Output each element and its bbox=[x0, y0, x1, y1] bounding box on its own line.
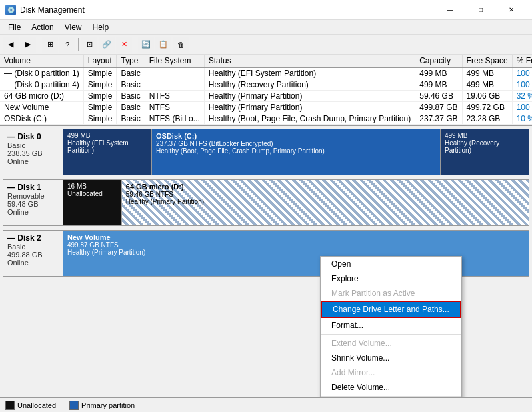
legend-unallocated: Unallocated bbox=[5, 401, 56, 410]
disk-2-type: Basic bbox=[7, 243, 59, 251]
back-button[interactable]: ◀ bbox=[3, 37, 19, 53]
disk-1: — Disk 1 Removable 59.48 GB Online 16 MB… bbox=[3, 179, 529, 226]
table-row[interactable]: New VolumeSimpleBasicNTFSHealthy (Primar… bbox=[0, 102, 532, 113]
ctx-format[interactable]: Format... bbox=[321, 318, 461, 333]
part-name: OSDisk (C:) bbox=[156, 132, 436, 140]
ctx-open[interactable]: Open bbox=[321, 257, 461, 271]
volume-table-wrapper: Volume Layout Type File System Status Ca… bbox=[0, 55, 532, 126]
table-cell: 59.46 GB bbox=[415, 91, 462, 102]
titlebar: 💿 Disk Management — □ ✕ bbox=[0, 0, 532, 20]
table-cell: Simple bbox=[83, 91, 117, 102]
part-name: New Volume bbox=[67, 233, 525, 241]
col-header-pctfree[interactable]: % Free bbox=[512, 55, 532, 67]
disk-0-part-1[interactable]: 499 MBHealthy (EFI System Partition) bbox=[63, 129, 152, 175]
volume-table: Volume Layout Type File System Status Ca… bbox=[0, 55, 532, 125]
table-row[interactable]: — (Disk 0 partition 4)SimpleBasicHealthy… bbox=[0, 79, 532, 91]
toolbar-btn-4[interactable]: ? bbox=[59, 37, 75, 53]
table-cell: 100 % bbox=[512, 79, 532, 91]
disk-1-status: Online bbox=[7, 208, 59, 216]
menubar: File Action View Help bbox=[0, 20, 532, 35]
toolbar-sep-1 bbox=[39, 38, 39, 51]
toolbar-sep-3 bbox=[135, 38, 135, 51]
table-row[interactable]: OSDisk (C:)SimpleBasicNTFS (BitLo...Heal… bbox=[0, 113, 532, 125]
toolbar-btn-copy[interactable]: 📋 bbox=[155, 37, 171, 53]
table-row[interactable]: — (Disk 0 partition 1)SimpleBasicHealthy… bbox=[0, 67, 532, 79]
table-cell: New Volume bbox=[0, 102, 83, 113]
col-header-volume[interactable]: Volume bbox=[0, 55, 83, 67]
table-cell: 10 % bbox=[512, 113, 532, 125]
disk-view: — Disk 0 Basic 238.35 GB Online 499 MBHe… bbox=[0, 126, 532, 397]
disk-1-name: — Disk 1 bbox=[7, 183, 59, 192]
table-cell: OSDisk (C:) bbox=[0, 113, 83, 125]
disk-0-part-3[interactable]: 499 MBHealthy (Recovery Partition) bbox=[441, 129, 529, 175]
col-header-freespace[interactable]: Free Space bbox=[462, 55, 512, 67]
disk-0-name: — Disk 0 bbox=[7, 132, 59, 141]
col-header-status[interactable]: Status bbox=[204, 55, 415, 67]
toolbar-btn-3[interactable]: ⊞ bbox=[42, 37, 58, 53]
disk-1-label: — Disk 1 Removable 59.48 GB Online bbox=[3, 180, 63, 225]
menu-view[interactable]: View bbox=[59, 21, 87, 33]
disk-2-status: Online bbox=[7, 259, 59, 267]
minimize-button[interactable]: — bbox=[435, 0, 465, 20]
toolbar-btn-delete[interactable]: ✕ bbox=[116, 37, 132, 53]
window-controls: — □ ✕ bbox=[435, 0, 527, 20]
disk-0: — Disk 0 Basic 238.35 GB Online 499 MBHe… bbox=[3, 129, 529, 175]
table-cell: — (Disk 0 partition 4) bbox=[0, 79, 83, 91]
toolbar-btn-trash[interactable]: 🗑 bbox=[173, 37, 189, 53]
maximize-button[interactable]: □ bbox=[465, 0, 496, 20]
toolbar: ◀ ▶ ⊞ ? ⊡ 🔗 ✕ 🔄 📋 🗑 bbox=[0, 35, 532, 55]
ctx-shrink[interactable]: Shrink Volume... bbox=[321, 351, 461, 365]
table-cell: Healthy (Boot, Page File, Crash Dump, Pr… bbox=[204, 113, 415, 125]
col-header-fs[interactable]: File System bbox=[145, 55, 204, 67]
toolbar-btn-5[interactable]: ⊡ bbox=[81, 37, 97, 53]
context-menu: Open Explore Mark Partition as Active Ch… bbox=[320, 256, 462, 397]
disk-1-part-2[interactable]: 64 GB micro (D:) 59.46 GB NTFS Healthy (… bbox=[122, 180, 529, 225]
menu-help[interactable]: Help bbox=[87, 21, 115, 33]
menu-action[interactable]: Action bbox=[26, 21, 59, 33]
legend-unallocated-box bbox=[5, 401, 15, 410]
table-cell: 19.06 GB bbox=[462, 91, 512, 102]
disk-1-partitions: 16 MBUnallocated 64 GB micro (D:) 59.46 … bbox=[63, 180, 529, 225]
col-header-layout[interactable]: Layout bbox=[83, 55, 117, 67]
disk-1-size: 59.48 GB bbox=[7, 200, 59, 208]
table-cell: Basic bbox=[117, 113, 145, 125]
table-cell: 100 % bbox=[512, 102, 532, 113]
table-cell: Basic bbox=[117, 67, 145, 79]
disk-0-label: — Disk 0 Basic 238.35 GB Online bbox=[3, 129, 63, 175]
ctx-delete[interactable]: Delete Volume... bbox=[321, 380, 461, 395]
disk-0-size: 238.35 GB bbox=[7, 149, 59, 157]
table-cell: Basic bbox=[117, 91, 145, 102]
disk-0-status: Online bbox=[7, 157, 59, 165]
table-cell: Healthy (EFI System Partition) bbox=[204, 67, 415, 79]
table-cell: 499 MB bbox=[462, 67, 512, 79]
toolbar-btn-refresh[interactable]: 🔄 bbox=[138, 37, 154, 53]
close-button[interactable]: ✕ bbox=[496, 0, 527, 20]
table-row[interactable]: 64 GB micro (D:)SimpleBasicNTFSHealthy (… bbox=[0, 91, 532, 102]
table-cell: 23.28 GB bbox=[462, 113, 512, 125]
disk-0-part-2[interactable]: OSDisk (C:) 237.37 GB NTFS (BitLocker En… bbox=[152, 129, 441, 175]
legend-primary-label: Primary partition bbox=[81, 401, 135, 409]
titlebar-title: Disk Management bbox=[20, 5, 85, 15]
part-status: Healthy (Primary Partition) bbox=[67, 249, 525, 256]
menu-file[interactable]: File bbox=[3, 21, 26, 33]
legend-primary: Primary partition bbox=[69, 401, 135, 410]
table-cell: 499.72 GB bbox=[462, 102, 512, 113]
table-cell: 499 MB bbox=[415, 79, 462, 91]
col-header-type[interactable]: Type bbox=[117, 55, 145, 67]
table-cell: Healthy (Primary Partition) bbox=[204, 102, 415, 113]
table-cell: Healthy (Primary Partition) bbox=[204, 91, 415, 102]
col-header-capacity[interactable]: Capacity bbox=[415, 55, 462, 67]
ctx-explore[interactable]: Explore bbox=[321, 271, 461, 286]
part-size: 237.37 GB NTFS (BitLocker Encrypted) bbox=[156, 140, 436, 147]
part-name: 64 GB micro (D:) bbox=[126, 183, 525, 191]
table-cell: Simple bbox=[83, 67, 117, 79]
table-cell: 499 MB bbox=[462, 79, 512, 91]
toolbar-btn-6[interactable]: 🔗 bbox=[99, 37, 115, 53]
table-cell: Basic bbox=[117, 102, 145, 113]
ctx-change-drive-letter[interactable]: Change Drive Letter and Paths... bbox=[321, 301, 461, 318]
table-cell: Healthy (Recovery Partition) bbox=[204, 79, 415, 91]
disk-1-part-1[interactable]: 16 MBUnallocated bbox=[63, 180, 122, 225]
ctx-extend: Extend Volume... bbox=[321, 336, 461, 351]
table-cell bbox=[145, 67, 204, 79]
forward-button[interactable]: ▶ bbox=[20, 37, 36, 53]
